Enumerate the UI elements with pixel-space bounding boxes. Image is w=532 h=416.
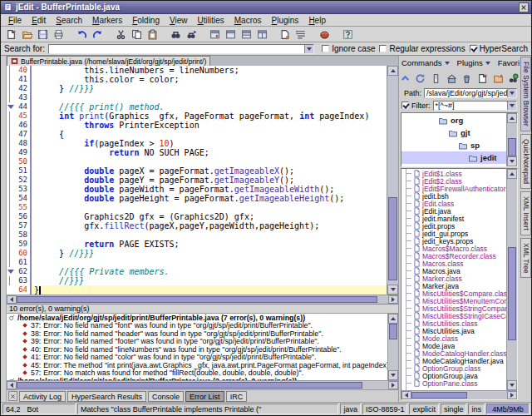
error-item[interactable]: 37:Error: No field named "font" was foun… (7, 322, 387, 330)
error-hscroll[interactable] (7, 380, 398, 389)
new-view-icon[interactable] (208, 27, 222, 41)
file-list-vscroll[interactable] (506, 169, 517, 390)
scroll-right-icon[interactable] (507, 391, 517, 399)
hypersearch-checkbox[interactable] (470, 45, 477, 52)
error-item[interactable]: 41:Error: No field named "color" was fou… (7, 354, 387, 362)
tree-item-sp[interactable]: sp (401, 139, 506, 151)
code-line[interactable]: 42 } //}}} (7, 84, 387, 93)
dock-close-icon[interactable] (8, 391, 17, 401)
scroll-up-icon[interactable] (507, 169, 517, 179)
find-icon[interactable] (169, 27, 183, 41)
cut-icon[interactable] (114, 27, 128, 41)
split-horizontal-icon[interactable] (239, 27, 254, 41)
code-line[interactable]: 52 double pageY = pageFormat.getImageabl… (7, 176, 387, 185)
scroll-right-icon[interactable] (388, 295, 398, 304)
code-line[interactable]: 44 //{{{ print() method. (7, 102, 387, 111)
error-item[interactable]: 45:Error: The method "int print(java.awt… (7, 361, 387, 369)
synchronize-icon[interactable] (461, 72, 474, 85)
menu-item-markers[interactable]: Markers (87, 16, 127, 25)
scroll-up-icon[interactable] (387, 66, 398, 76)
tab-console[interactable]: Console (148, 391, 184, 402)
fold-marker-icon[interactable] (7, 267, 12, 276)
dock-tab-quicknotepad[interactable]: QuickNotepad (520, 134, 531, 189)
status-overwrite-mode[interactable]: ins (468, 404, 485, 414)
menu-item-file[interactable]: File (3, 16, 27, 25)
error-group-icon[interactable] (8, 314, 16, 321)
code-line[interactable]: 41 this.color = color; (7, 75, 387, 84)
error-item[interactable]: 40:Error: No field named "lineNumbers" w… (7, 345, 387, 354)
tab-activity-log[interactable]: Activity Log (19, 391, 66, 402)
path-dropdown-arrow-icon[interactable] (507, 89, 516, 97)
scroll-up-icon[interactable] (507, 113, 517, 123)
code-line[interactable]: 59 return PAGE_EXISTS; (7, 240, 387, 249)
new-file-icon[interactable] (4, 27, 18, 41)
save-icon[interactable] (36, 27, 50, 41)
editor-vscroll[interactable] (387, 66, 398, 295)
code-line[interactable]: 47 { (7, 130, 387, 139)
error-item[interactable]: 39:Error: No field named "footer" was fo… (7, 338, 387, 346)
tab-irc[interactable]: IRC (226, 391, 248, 402)
file-item[interactable]: jEdit$FirewallAuthenticator.class (401, 185, 506, 192)
fold-marker-icon[interactable] (7, 102, 12, 111)
fsb-menu-plugins[interactable]: Plugins (457, 58, 490, 67)
code-line[interactable]: 55 (7, 203, 387, 212)
global-options-icon[interactable] (294, 27, 308, 41)
regular-expressions-checkbox[interactable] (379, 45, 387, 52)
status-fold-mode[interactable]: explicit (409, 404, 439, 414)
search-dropdown-arrow-icon[interactable] (304, 45, 313, 53)
menu-item-edit[interactable]: Edit (27, 16, 51, 25)
root-directory-icon[interactable] (430, 72, 442, 85)
code-line[interactable]: 54 double pageHeight = pageFormat.getIma… (7, 194, 387, 203)
scroll-right-icon[interactable] (388, 381, 398, 389)
new-file-icon[interactable] (476, 72, 489, 85)
filter-checkbox[interactable] (401, 102, 409, 109)
code-line[interactable]: 46 throws PrinterException (7, 121, 387, 130)
dock-tab-xml-tree[interactable]: XML Tree (520, 238, 531, 279)
scroll-down-icon[interactable] (387, 285, 398, 295)
redo-icon[interactable] (91, 27, 105, 41)
menu-item-help[interactable]: Help (303, 16, 331, 25)
tab-error-list[interactable]: Error List (185, 391, 224, 402)
code-line[interactable]: 60 } //}}} (7, 249, 387, 258)
ignore-case-checkbox[interactable] (322, 45, 329, 52)
dock-tab-xml-insert[interactable]: XML Insert (520, 191, 531, 235)
filter-input[interactable]: *[^~#] (433, 101, 518, 111)
menu-item-folding[interactable]: Folding (127, 16, 165, 25)
status-selection-mode[interactable]: single (441, 404, 467, 414)
copy-icon[interactable] (130, 27, 144, 41)
code-line[interactable]: 64} (7, 285, 387, 295)
tree-item-gjt[interactable]: gjt (401, 126, 506, 139)
menu-item-plugins[interactable]: Plugins (267, 16, 304, 25)
scroll-down-icon[interactable] (507, 380, 517, 390)
code-line[interactable]: 56 Graphics2D gfx = (Graphics2D)_gfx; (7, 212, 387, 221)
file-item[interactable]: OptionPane.class (401, 379, 506, 387)
editor-hscroll[interactable] (7, 295, 398, 304)
path-input[interactable]: /slava/jEdit/org/gjt/sp/jedit (424, 88, 517, 98)
scroll-up-icon[interactable] (388, 314, 398, 324)
buffer-tab[interactable]: BufferPrintable.java (/home/slava/jEdit/… (7, 56, 210, 66)
tree-item-org[interactable]: org (401, 114, 506, 126)
unsplit-icon[interactable] (224, 27, 238, 41)
parent-directory-icon[interactable] (399, 72, 411, 85)
code-line[interactable]: 49 return NO_SUCH_PAGE; (7, 148, 387, 157)
fsb-menu-commands[interactable]: Commands (401, 58, 450, 67)
code-line[interactable]: 43 (7, 93, 387, 102)
scroll-left-icon[interactable] (7, 381, 17, 389)
file-list-hscroll[interactable] (401, 390, 517, 399)
open-file-icon[interactable] (20, 27, 34, 41)
home-directory-icon[interactable] (446, 72, 458, 85)
tree-item-jedit[interactable]: jedit (401, 151, 506, 164)
scroll-down-icon[interactable] (507, 156, 517, 166)
file-item[interactable]: jEdit.class (401, 200, 506, 207)
scroll-down-icon[interactable] (388, 370, 398, 380)
code-line[interactable]: 62 //{{{ Private members. (7, 267, 387, 276)
code-line[interactable]: 63 //}}} (7, 276, 387, 285)
window-close-icon[interactable] (519, 2, 529, 12)
tree-vscroll[interactable] (506, 113, 517, 166)
error-vscroll[interactable] (387, 314, 398, 380)
paste-icon[interactable] (145, 27, 160, 41)
split-vertical-icon[interactable] (255, 27, 269, 41)
code-line[interactable]: 61 (7, 258, 387, 267)
search-input[interactable] (48, 44, 314, 54)
error-item[interactable]: 57:Error: No match was found for method … (7, 369, 387, 378)
